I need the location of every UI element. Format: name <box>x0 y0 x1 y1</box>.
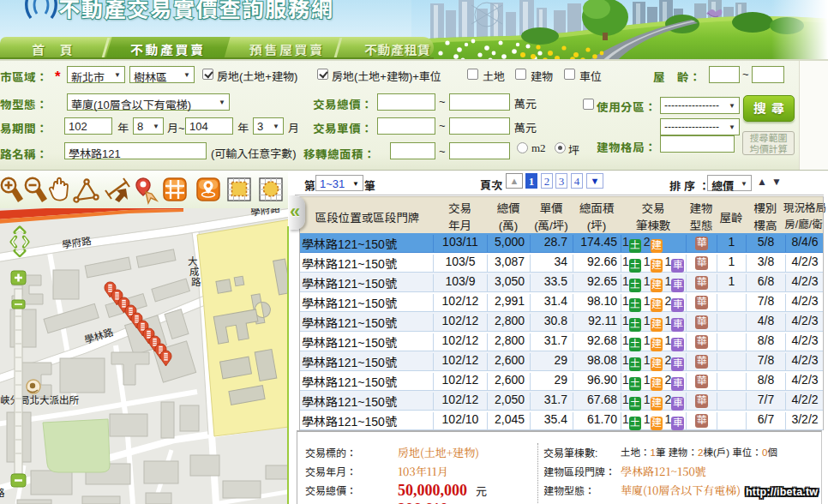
svg-text:大: 大 <box>188 256 198 267</box>
svg-text:路: 路 <box>0 488 5 498</box>
svg-text:峽分局北大派出所: 峽分局北大派出所 <box>0 394 79 405</box>
svg-text:成: 成 <box>189 267 200 277</box>
svg-text:路: 路 <box>191 277 201 287</box>
